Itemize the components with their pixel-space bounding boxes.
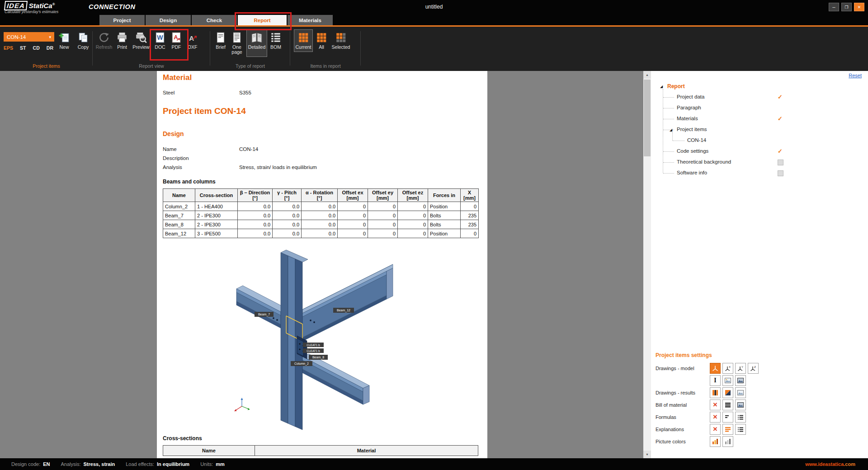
connection-3d-model[interactable]: Beam_7 Beam_12 CLEAT1 b CLEAT1 b Beam_8 … bbox=[229, 247, 408, 433]
view-x-button[interactable]: X bbox=[722, 363, 733, 374]
tree-item-theoretical-background[interactable]: Theoretical background bbox=[651, 157, 868, 168]
cleat2-label: CLEAT1 b bbox=[307, 349, 320, 352]
type-label-st[interactable]: ST bbox=[20, 45, 26, 51]
beam-7-member bbox=[236, 286, 287, 328]
tree-item-project-items[interactable]: ◢ Project items bbox=[651, 124, 868, 135]
formulas-short-button[interactable] bbox=[722, 412, 733, 423]
svg-text:Y: Y bbox=[741, 365, 743, 368]
website-link[interactable]: www.ideastatica.com bbox=[805, 461, 855, 467]
selected-items-button[interactable]: Selected bbox=[330, 29, 352, 52]
analysis-type-labels: EPS ST CD DR bbox=[4, 45, 53, 51]
bom-button[interactable]: BOM bbox=[269, 29, 283, 57]
settings-heading: Project items settings bbox=[656, 352, 864, 358]
report-content-tree: ◢ Report Project data ✓ Paragraph Materi… bbox=[651, 81, 868, 179]
tab-check[interactable]: Check bbox=[192, 15, 237, 25]
close-button[interactable]: ✕ bbox=[854, 3, 864, 11]
one-page-button[interactable]: One page bbox=[229, 29, 245, 57]
expander-icon[interactable]: ◢ bbox=[670, 128, 672, 132]
report-scrollbar[interactable]: ▲ ▼ bbox=[643, 71, 651, 458]
type-label-dr[interactable]: DR bbox=[47, 45, 53, 51]
current-items-button[interactable]: Current bbox=[294, 29, 313, 52]
settings-row-drawings-results: Drawings - results bbox=[656, 386, 864, 399]
expander-icon[interactable]: ◢ bbox=[660, 85, 663, 89]
preview-button[interactable]: Preview bbox=[132, 29, 151, 52]
type-of-report-buttons: Brief One page bbox=[214, 29, 283, 57]
all-items-button[interactable]: All bbox=[315, 29, 328, 52]
tree-item-software-info[interactable]: Software info bbox=[651, 168, 868, 179]
results-picture-button[interactable] bbox=[735, 387, 746, 398]
colors-gray-button[interactable] bbox=[722, 436, 733, 447]
tree-item-paragraph[interactable]: Paragraph bbox=[651, 103, 868, 113]
reset-link[interactable]: Reset bbox=[849, 73, 862, 78]
picture-dark-icon bbox=[737, 377, 744, 384]
detailed-button[interactable]: Detailed bbox=[246, 29, 267, 57]
col-header: Material bbox=[255, 446, 478, 456]
checkbox[interactable]: ✓ bbox=[778, 115, 783, 122]
colors-color-button[interactable] bbox=[710, 436, 721, 447]
selected-items-icon bbox=[335, 32, 347, 43]
report-settings-panel: Reset ◢ Report Project data ✓ Paragraph bbox=[651, 71, 868, 458]
field-label: Name bbox=[163, 146, 177, 152]
explanations-none-button[interactable]: ✕ bbox=[710, 424, 721, 435]
font-size-button[interactable]: I bbox=[710, 375, 721, 386]
checkbox[interactable]: ✓ bbox=[778, 148, 783, 155]
results-diagonal-button[interactable] bbox=[722, 387, 733, 398]
results-table-button[interactable] bbox=[710, 387, 721, 398]
scrollbar-thumb[interactable] bbox=[644, 80, 651, 156]
brief-button[interactable]: Brief bbox=[214, 29, 227, 57]
group-label-project-items: Project items bbox=[0, 63, 93, 69]
tree-item-code-settings[interactable]: Code settings ✓ bbox=[651, 146, 868, 157]
list-icon bbox=[737, 414, 744, 420]
beam-12-member bbox=[302, 264, 393, 341]
type-label-eps[interactable]: EPS bbox=[4, 45, 13, 51]
tree-connector bbox=[663, 97, 674, 98]
scroll-down-icon[interactable]: ▼ bbox=[643, 451, 651, 458]
scroll-up-icon[interactable]: ▲ bbox=[643, 71, 651, 79]
minimize-button[interactable]: ─ bbox=[829, 3, 839, 11]
design-code-label: Design code: bbox=[11, 461, 40, 467]
detailed-report-icon bbox=[251, 32, 263, 43]
picture-dark-button[interactable] bbox=[735, 375, 746, 386]
tree-item-materials[interactable]: Materials ✓ bbox=[651, 113, 868, 124]
formulas-full-button[interactable] bbox=[735, 412, 746, 423]
tree-item-project-data[interactable]: Project data ✓ bbox=[651, 92, 868, 103]
tree-connector bbox=[663, 119, 674, 119]
brief-report-icon bbox=[215, 32, 226, 43]
content-area: Material Steel S355 Project item CON-14 … bbox=[0, 71, 868, 458]
formulas-none-button[interactable]: ✕ bbox=[710, 412, 721, 423]
col-header: α - Rotation[°] bbox=[302, 189, 338, 202]
tab-materials[interactable]: Materials bbox=[288, 15, 333, 25]
tab-project[interactable]: Project bbox=[99, 15, 145, 25]
tree-item-con-14[interactable]: CON-14 bbox=[651, 135, 868, 146]
tree-item-report[interactable]: ◢ Report bbox=[651, 81, 868, 92]
units-value: mm bbox=[216, 461, 225, 467]
bom-lines-button[interactable] bbox=[722, 400, 733, 410]
window-controls: ─ ❐ ✕ bbox=[829, 3, 864, 11]
bom-picture-button[interactable] bbox=[735, 400, 746, 410]
view-y-button[interactable]: Y bbox=[735, 363, 746, 374]
view-z-button[interactable]: Z bbox=[748, 363, 759, 374]
explanations-orange-button[interactable] bbox=[722, 424, 733, 435]
type-label-cd[interactable]: CD bbox=[33, 45, 40, 51]
units-label: Units: bbox=[200, 461, 213, 467]
maximize-button[interactable]: ❐ bbox=[841, 3, 852, 11]
explanations-list-button[interactable] bbox=[735, 424, 746, 435]
copy-button[interactable]: Copy bbox=[75, 29, 91, 52]
col-header: Name bbox=[163, 446, 255, 456]
bill-of-material-icon bbox=[270, 32, 282, 43]
project-item-selector[interactable]: CON-14 ▾ bbox=[4, 32, 54, 42]
coordinate-axes-icon bbox=[234, 398, 250, 411]
view-axonometry-button[interactable] bbox=[710, 363, 721, 374]
new-button[interactable]: New bbox=[57, 29, 71, 52]
checkbox[interactable] bbox=[778, 160, 783, 165]
picture-light-button[interactable] bbox=[722, 375, 733, 386]
bom-none-button[interactable]: ✕ bbox=[710, 400, 721, 410]
refresh-button[interactable]: Refresh bbox=[95, 29, 113, 52]
print-button[interactable]: Print bbox=[115, 29, 129, 52]
checkbox[interactable]: ✓ bbox=[778, 94, 783, 100]
checkbox[interactable] bbox=[778, 170, 783, 176]
settings-row-drawing-style: I bbox=[656, 374, 864, 386]
tab-design[interactable]: Design bbox=[146, 15, 191, 25]
one-page-report-icon bbox=[231, 32, 243, 43]
field-label: Description bbox=[163, 155, 189, 161]
